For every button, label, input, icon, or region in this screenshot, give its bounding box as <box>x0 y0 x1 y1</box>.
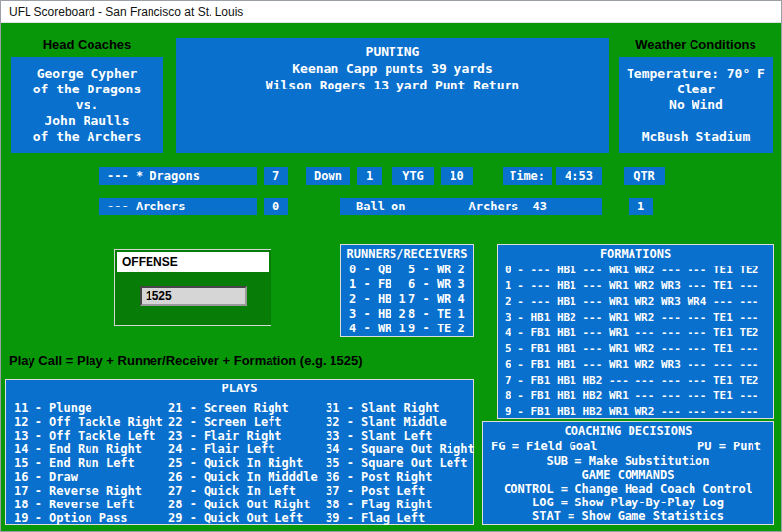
play-result-line: Keenan Capp punts 39 yards <box>176 60 609 77</box>
play-result-title: PUNTING <box>176 43 609 60</box>
play-item: 31 - Slant Right <box>326 401 475 415</box>
offense-label: OFFENSE <box>117 252 269 272</box>
runner-cell: 3 - HB 2 <box>349 307 408 322</box>
runner-row: 3 - HB 28 - TE 1 <box>341 307 473 322</box>
window-title: UFL Scoreboard - San Francisco at St. Lo… <box>9 5 243 19</box>
coaching-line: LOG = Show Play-By-Play Log <box>483 496 773 509</box>
app-window: UFL Scoreboard - San Francisco at St. Lo… <box>0 0 782 532</box>
ytg-value-box: 10 <box>441 167 473 185</box>
play-item: 11 - Plunge <box>14 401 166 415</box>
formation-row: 2 - --- HB1 --- WR1 WR2 WR3 WR4 --- --- <box>498 294 773 310</box>
play-item: 37 - Post Left <box>326 484 475 498</box>
qtr-label-box: QTR <box>624 167 665 185</box>
coaching-decisions-panel: COACHING DECISIONS FG = Field Goal PU = … <box>482 421 774 525</box>
runner-row: 1 - FB6 - WR 3 <box>341 277 473 292</box>
play-result-panel: PUNTING Keenan Capp punts 39 yards Wilso… <box>176 38 609 153</box>
ball-on-value: Archers 43 <box>469 200 547 213</box>
play-item: 29 - Quick Out Left <box>168 511 324 525</box>
plays-column-2: 21 - Screen Right 22 - Screen Left 23 - … <box>168 401 324 525</box>
runner-cell: 9 - TE 2 <box>408 322 465 335</box>
weather-line: Temperature: 70° F <box>619 66 773 82</box>
fg-label: FG = Field Goal <box>491 440 597 454</box>
time-value-box: 4:53 <box>556 167 602 185</box>
play-item: 32 - Slant Middle <box>326 415 475 429</box>
runner-cell: 8 - TE 1 <box>408 307 465 321</box>
runner-row: 4 - WR 19 - TE 2 <box>341 322 473 336</box>
down-label-box: Down <box>306 167 350 185</box>
ball-on-box: Ball onArchers 43 <box>340 198 602 215</box>
home-team-box: --- * Dragons <box>99 167 257 185</box>
play-item: 12 - Off Tackle Right <box>14 415 166 429</box>
runner-cell: 1 - FB <box>349 277 408 292</box>
play-item: 28 - Quick Out Right <box>168 498 324 511</box>
play-item: 19 - Option Pass <box>14 511 166 525</box>
play-item: 16 - Draw <box>14 470 166 484</box>
play-item: 33 - Slant Left <box>326 429 475 443</box>
ytg-label-box: YTG <box>392 167 434 185</box>
formation-row: 8 - FB1 HB1 HB2 WR1 --- --- --- TE1 --- <box>498 388 773 404</box>
weather-box: Temperature: 70° F Clear No Wind McBush … <box>619 57 773 153</box>
coaching-line: STAT = Show Game Statistics <box>483 509 773 523</box>
play-item: 22 - Screen Left <box>168 415 324 429</box>
plays-column-3: 31 - Slant Right 32 - Slant Middle 33 - … <box>326 401 475 525</box>
play-item: 23 - Flair Right <box>168 429 324 443</box>
play-call-input[interactable] <box>140 286 247 306</box>
fg-pu-row: FG = Field Goal PU = Punt <box>483 440 773 454</box>
play-item: 18 - Reverse Left <box>14 498 166 511</box>
play-item: 27 - Quick In Left <box>168 484 324 498</box>
formations-panel: FORMATIONS 0 - --- HB1 --- WR1 WR2 --- -… <box>497 244 774 419</box>
title-bar[interactable]: UFL Scoreboard - San Francisco at St. Lo… <box>1 1 781 23</box>
weather-line <box>619 113 773 129</box>
weather-line: McBush Stadium <box>619 129 773 145</box>
play-item: 15 - End Run Left <box>14 456 166 470</box>
time-label-box: Time: <box>503 167 552 185</box>
coach-line: George Cypher <box>11 66 163 82</box>
runner-cell: 2 - HB 1 <box>349 292 408 307</box>
formations-title: FORMATIONS <box>498 245 773 263</box>
coaching-line: SUB = Make Substitution <box>483 454 773 468</box>
weather-line: No Wind <box>619 97 773 113</box>
coaching-title: COACHING DECISIONS <box>483 422 773 440</box>
formation-row: 3 - HB1 HB2 --- WR1 WR2 --- --- TE1 --- <box>498 310 773 325</box>
plays-panel: PLAYS 11 - Plunge 12 - Off Tackle Right … <box>5 379 474 525</box>
away-team-box: --- Archers <box>99 198 257 215</box>
formation-row: 7 - FB1 HB1 HB2 --- --- --- --- TE1 TE2 <box>498 373 773 388</box>
play-item: 38 - Flag Right <box>326 498 475 511</box>
offense-entry-panel: OFFENSE <box>114 249 271 326</box>
play-item: 35 - Square Out Left <box>326 456 475 470</box>
formation-row: 6 - FB1 HB1 --- WR1 WR2 WR3 --- --- --- <box>498 357 773 373</box>
weather-line: Clear <box>619 82 773 97</box>
runner-row: 2 - HB 17 - WR 4 <box>341 292 473 307</box>
formation-row: 9 - FB1 HB1 HB2 WR1 WR2 --- --- --- --- <box>498 404 773 420</box>
play-item: 14 - End Run Right <box>14 443 166 456</box>
play-result-line: Wilson Rogers 13 yard Punt Return <box>176 77 609 93</box>
pu-label: PU = Punt <box>697 440 761 454</box>
home-score-box: 7 <box>264 167 288 185</box>
play-item: 39 - Flag Left <box>326 511 475 525</box>
coach-line: John Raulls <box>11 113 163 129</box>
coach-line: vs. <box>11 97 163 113</box>
coaching-line: CONTROL = Change Head Coach Control <box>483 482 773 496</box>
runner-cell: 0 - QB <box>349 263 408 277</box>
formation-row: 4 - FB1 HB1 --- WR1 --- --- --- TE1 TE2 <box>498 325 773 341</box>
down-value-box: 1 <box>357 167 382 185</box>
runner-cell: 5 - WR 2 <box>408 263 465 276</box>
play-item: 24 - Flair Left <box>168 443 324 456</box>
formation-row: 0 - --- HB1 --- WR1 WR2 --- --- TE1 TE2 <box>498 263 773 278</box>
runner-cell: 4 - WR 1 <box>349 322 408 336</box>
runners-receivers-title: RUNNERS/RECEIVERS <box>341 245 473 263</box>
play-item: 34 - Square Out Right <box>326 443 475 456</box>
play-item: 17 - Reverse Right <box>14 484 166 498</box>
away-score-box: 0 <box>264 198 288 215</box>
formation-row: 5 - FB1 HB1 --- WR1 WR2 --- --- TE1 --- <box>498 341 773 357</box>
runners-receivers-panel: RUNNERS/RECEIVERS 0 - QB5 - WR 2 1 - FB6… <box>340 244 474 337</box>
qtr-value-box: 1 <box>629 198 653 215</box>
head-coaches-box: George Cypher of the Dragons vs. John Ra… <box>11 57 163 153</box>
formation-row: 1 - --- HB1 --- WR1 WR2 WR3 --- TE1 --- <box>498 278 773 294</box>
runner-cell: 7 - WR 4 <box>408 292 465 306</box>
ball-on-label: Ball on <box>356 200 406 213</box>
coach-line: of the Dragons <box>11 82 163 97</box>
play-call-hint: Play Call = Play + Runner/Receiver + For… <box>9 353 363 368</box>
play-item: 25 - Quick In Right <box>168 456 324 470</box>
head-coaches-label: Head Coaches <box>11 37 163 52</box>
